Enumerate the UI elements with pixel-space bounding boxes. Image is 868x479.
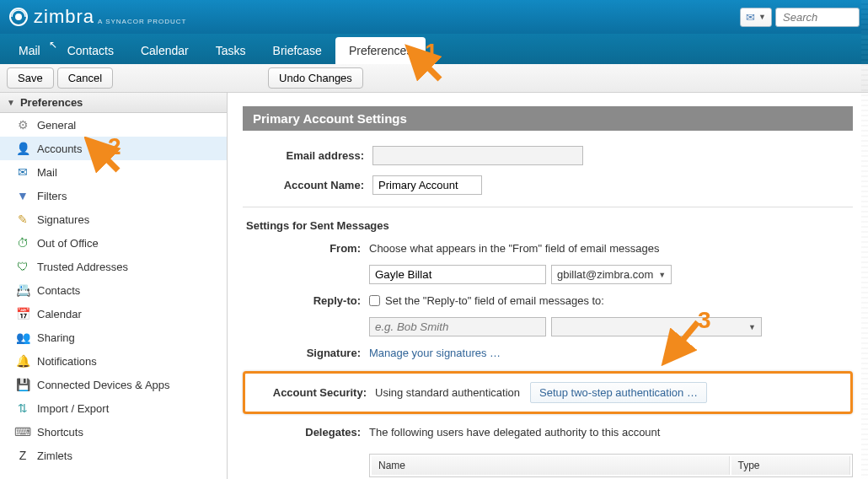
tab-briefcase[interactable]: Briefcase bbox=[260, 37, 335, 64]
replyto-label: Reply-to: bbox=[243, 294, 369, 307]
delegates-table: Name Type bbox=[369, 454, 853, 477]
security-status: Using standard authentication bbox=[375, 386, 520, 399]
from-label: From: bbox=[243, 242, 369, 255]
trusted-addresses-icon: 🛡 bbox=[15, 259, 30, 274]
sidebar-item-shortcuts[interactable]: ⌨Shortcuts bbox=[0, 420, 227, 444]
undo-button[interactable]: Undo Changes bbox=[268, 67, 363, 89]
contacts-icon: 📇 bbox=[15, 283, 30, 298]
from-email-select[interactable]: gbillat@zimbra.com ▼ bbox=[551, 265, 672, 284]
sidebar-header[interactable]: ▼ Preferences bbox=[0, 93, 227, 113]
sidebar-item-label: Filters bbox=[37, 190, 67, 202]
sidebar-item-accounts[interactable]: 👤Accounts bbox=[0, 137, 227, 160]
sent-section-title: Settings for Sent Messages bbox=[246, 219, 853, 232]
envelope-icon: ✉ bbox=[746, 11, 755, 24]
delegates-help: The following users have delegated autho… bbox=[369, 426, 660, 439]
sidebar-item-label: Sharing bbox=[37, 331, 75, 344]
preferences-sidebar: ▼ Preferences ⚙General👤Accounts✉Mail▼Fil… bbox=[0, 93, 228, 479]
tab-tasks[interactable]: Tasks bbox=[202, 37, 260, 64]
email-field[interactable] bbox=[372, 146, 583, 165]
from-name-field[interactable] bbox=[369, 265, 546, 284]
panel-title: Primary Account Settings bbox=[243, 106, 853, 131]
notifications-icon: 🔔 bbox=[15, 353, 30, 369]
sidebar-item-out-of-office[interactable]: ⏱Out of Office bbox=[0, 231, 227, 255]
tab-preferences[interactable]: Preferences bbox=[335, 37, 426, 64]
mail-icon: ✉ bbox=[15, 164, 30, 180]
sidebar-item-sharing[interactable]: 👥Sharing bbox=[0, 326, 227, 349]
chevron-down-icon: ▼ bbox=[748, 323, 756, 331]
sidebar-item-calendar[interactable]: 📅Calendar bbox=[0, 302, 227, 326]
zimlets-icon: Z bbox=[15, 448, 30, 463]
collapse-icon: ▼ bbox=[7, 98, 15, 107]
delegates-label: Delegates: bbox=[243, 426, 369, 439]
email-label: Email address: bbox=[246, 149, 372, 162]
sidebar-item-import-export[interactable]: ⇅Import / Export bbox=[0, 396, 227, 420]
sidebar-item-label: Trusted Addresses bbox=[37, 261, 128, 273]
signatures-icon: ✎ bbox=[15, 212, 30, 227]
sidebar-item-label: Notifications bbox=[37, 355, 97, 368]
sidebar-item-label: Calendar bbox=[37, 308, 82, 320]
connected-devices-apps-icon: 💾 bbox=[15, 377, 30, 392]
toolbar: Save Cancel Undo Changes bbox=[0, 64, 868, 93]
sidebar-item-label: General bbox=[37, 119, 76, 132]
security-highlight: Account Security: Using standard authent… bbox=[243, 371, 853, 414]
zimbra-icon bbox=[8, 7, 29, 27]
sidebar-item-contacts[interactable]: 📇Contacts bbox=[0, 278, 227, 302]
sidebar-item-signatures[interactable]: ✎Signatures bbox=[0, 207, 227, 231]
calendar-icon: 📅 bbox=[15, 306, 30, 321]
general-icon: ⚙ bbox=[15, 117, 30, 132]
sidebar-item-label: Mail bbox=[37, 166, 57, 179]
security-label: Account Security: bbox=[249, 386, 375, 399]
sidebar-item-label: Shortcuts bbox=[37, 426, 83, 439]
sidebar-item-label: Contacts bbox=[37, 284, 80, 297]
brand-name: zimbra bbox=[34, 6, 94, 28]
replyto-name-field[interactable] bbox=[369, 317, 546, 336]
sidebar-item-label: Accounts bbox=[37, 143, 82, 155]
sidebar-item-label: Out of Office bbox=[37, 237, 99, 250]
sidebar-item-zimlets[interactable]: ZZimlets bbox=[0, 444, 227, 467]
replyto-checkbox[interactable] bbox=[369, 295, 380, 306]
out-of-office-icon: ⏱ bbox=[15, 235, 30, 250]
main-tabs: Mail ↖ Contacts Calendar Tasks Briefcase… bbox=[0, 34, 868, 64]
replyto-email-select[interactable]: ▼ bbox=[551, 317, 762, 336]
replyto-check-label: Set the "Reply-to" field of email messag… bbox=[385, 294, 604, 307]
app-header: zimbra A SYNACOR PRODUCT ✉ ▼ bbox=[0, 0, 868, 34]
brand-tagline: A SYNACOR PRODUCT bbox=[98, 18, 186, 25]
sidebar-item-general[interactable]: ⚙General bbox=[0, 113, 227, 137]
sidebar-item-notifications[interactable]: 🔔Notifications bbox=[0, 349, 227, 373]
shortcuts-icon: ⌨ bbox=[15, 424, 30, 439]
save-button[interactable]: Save bbox=[7, 67, 54, 89]
sidebar-item-label: Zimlets bbox=[37, 449, 72, 462]
search-scope-button[interactable]: ✉ ▼ bbox=[740, 8, 772, 27]
filters-icon: ▼ bbox=[15, 188, 30, 203]
cancel-button[interactable]: Cancel bbox=[57, 67, 113, 89]
from-help: Choose what appears in the "From" field … bbox=[369, 242, 660, 255]
import-export-icon: ⇅ bbox=[15, 401, 30, 416]
sidebar-item-label: Connected Devices & Apps bbox=[37, 379, 170, 391]
svg-point-1 bbox=[15, 13, 22, 20]
brand-logo: zimbra A SYNACOR PRODUCT bbox=[8, 6, 186, 28]
tab-calendar[interactable]: Calendar bbox=[127, 37, 202, 64]
chevron-down-icon: ▼ bbox=[658, 271, 666, 279]
delegates-col-name[interactable]: Name bbox=[372, 456, 730, 475]
sidebar-item-connected-devices-apps[interactable]: 💾Connected Devices & Apps bbox=[0, 373, 227, 396]
account-name-label: Account Name: bbox=[246, 179, 372, 191]
sidebar-item-trusted-addresses[interactable]: 🛡Trusted Addresses bbox=[0, 255, 227, 278]
search-area: ✉ ▼ bbox=[740, 8, 860, 27]
setup-two-step-link[interactable]: Setup two-step authentication … bbox=[530, 382, 707, 403]
sidebar-item-label: Import / Export bbox=[37, 402, 109, 415]
content-pane: Primary Account Settings Email address: … bbox=[228, 93, 868, 479]
chevron-down-icon: ▼ bbox=[758, 13, 766, 21]
account-name-field[interactable] bbox=[372, 175, 482, 195]
delegates-col-type[interactable]: Type bbox=[731, 456, 851, 475]
sidebar-item-label: Signatures bbox=[37, 213, 89, 226]
sidebar-item-filters[interactable]: ▼Filters bbox=[0, 184, 227, 207]
sharing-icon: 👥 bbox=[15, 330, 30, 345]
manage-signatures-link[interactable]: Manage your signatures … bbox=[369, 347, 501, 359]
tab-contacts[interactable]: Contacts bbox=[54, 37, 127, 64]
search-input[interactable] bbox=[775, 8, 860, 27]
accounts-icon: 👤 bbox=[15, 141, 30, 156]
tab-mail[interactable]: Mail ↖ bbox=[5, 37, 54, 64]
signature-label: Signature: bbox=[243, 347, 369, 359]
sidebar-item-mail[interactable]: ✉Mail bbox=[0, 160, 227, 184]
